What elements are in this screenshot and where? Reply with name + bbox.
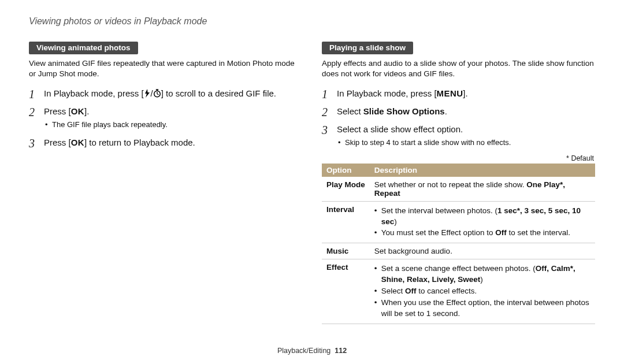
substep: The GIF file plays back repeatedly.: [44, 120, 302, 130]
cell-desc: Set a scene change effect between photos…: [370, 259, 595, 324]
list-item: Select Off to cancel effects.: [374, 286, 590, 297]
cell-option: Interval: [322, 201, 370, 243]
footer-section: Playback/Editing: [277, 347, 330, 355]
text: ): [480, 275, 483, 284]
step-3: Select a slide show effect option. Skip …: [322, 123, 595, 148]
cell-option: Play Mode: [322, 177, 370, 202]
cell-option: Music: [322, 243, 370, 259]
table-row: Music Set background audio.: [322, 243, 595, 259]
th-description: Description: [370, 164, 595, 177]
values: Off: [405, 287, 417, 295]
text: Select: [337, 106, 363, 116]
text: In Playback mode, press [: [337, 88, 437, 98]
page-number: 112: [335, 347, 347, 355]
table-row: Effect Set a scene change effect between…: [322, 259, 595, 324]
text: You must set the Effect option to: [381, 228, 495, 237]
ok-button-label: OK: [71, 106, 84, 116]
text: ): [394, 217, 397, 226]
table-row: Play Mode Set whether or not to repeat t…: [322, 177, 595, 202]
step-2: Select Slide Show Options.: [322, 105, 595, 117]
intro-text-left: View animated GIF files repeatedly that …: [29, 58, 302, 79]
list-item: When you use the Effect option, the inte…: [374, 298, 590, 320]
section-heading-slideshow: Playing a slide show: [322, 42, 413, 54]
section-heading-animated: Viewing animated photos: [29, 42, 138, 54]
text: In Playback mode, press [: [44, 88, 144, 98]
content-columns: Viewing animated photos View animated GI…: [29, 42, 595, 324]
steps-right: In Playback mode, press [MENU]. Select S…: [322, 87, 595, 148]
cell-desc: Set the interval between photos. (1 sec*…: [370, 201, 595, 243]
text: Set the interval between photos. (: [381, 206, 497, 215]
text: ] to return to Playback mode.: [84, 138, 195, 147]
option-name: Slide Show Options: [363, 106, 445, 116]
text: .: [445, 106, 447, 116]
step-3: Press [OK] to return to Playback mode.: [29, 136, 302, 148]
step-1: In Playback mode, press [MENU].: [322, 87, 595, 99]
table-row: Interval Set the interval between photos…: [322, 201, 595, 243]
page-footer: Playback/Editing 112: [0, 347, 624, 355]
column-right: Playing a slide show Apply effects and a…: [322, 42, 595, 324]
text: ].: [84, 106, 89, 116]
list-item: You must set the Effect option to Off to…: [374, 228, 590, 239]
text: ] to scroll to a desired GIF file.: [161, 88, 276, 98]
options-table: Option Description Play Mode Set whether…: [322, 164, 595, 324]
default-legend: * Default: [322, 154, 594, 162]
menu-button-label: MENU: [437, 88, 463, 98]
cell-desc: Set whether or not to repeat the slide s…: [370, 177, 595, 202]
text: to set the interval.: [507, 228, 570, 237]
table-header-row: Option Description: [322, 164, 595, 177]
text: Select a slide show effect option.: [337, 124, 463, 134]
cell-option: Effect: [322, 259, 370, 324]
th-option: Option: [322, 164, 370, 177]
text: Select: [381, 287, 405, 295]
intro-text-right: Apply effects and audio to a slide show …: [322, 58, 595, 79]
cell-desc: Set background audio.: [370, 243, 595, 259]
text: Set a scene change effect between photos…: [381, 264, 536, 273]
text: Press [: [44, 106, 71, 116]
list-item: Set a scene change effect between photos…: [374, 263, 590, 285]
step-1: In Playback mode, press [/] to scroll to…: [29, 87, 302, 99]
list-item: Set the interval between photos. (1 sec*…: [374, 206, 590, 228]
steps-left: In Playback mode, press [/] to scroll to…: [29, 87, 302, 148]
text: ].: [463, 88, 467, 98]
ok-button-label: OK: [71, 138, 84, 147]
substep: Skip to step 4 to start a slide show wit…: [337, 138, 595, 148]
column-left: Viewing animated photos View animated GI…: [29, 42, 302, 324]
text: Set whether or not to repeat the slide s…: [374, 180, 526, 189]
values: Off: [495, 228, 507, 237]
flash-icon: [144, 88, 151, 98]
text: Press [: [44, 138, 71, 147]
text: to cancel effects.: [417, 287, 477, 295]
step-2: Press [OK]. The GIF file plays back repe…: [29, 105, 302, 130]
page-title: Viewing photos or videos in Playback mod…: [29, 16, 595, 27]
timer-icon: [153, 88, 161, 98]
